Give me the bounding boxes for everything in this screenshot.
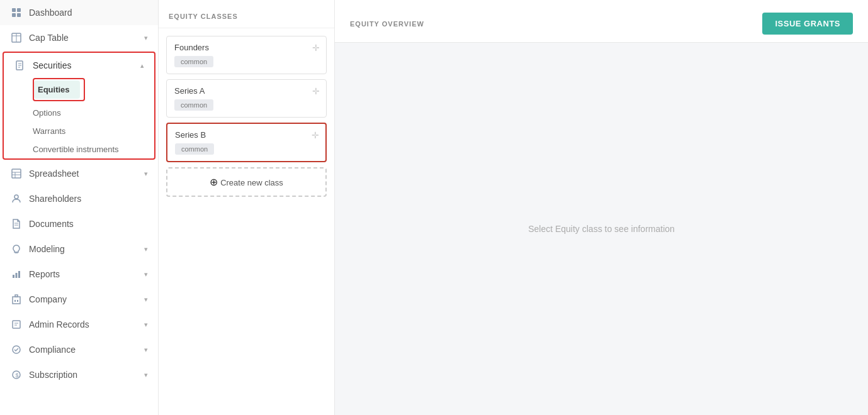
file-icon [14,59,26,72]
sidebar-item-label: Documents [29,219,74,229]
spreadsheet-icon [10,167,23,180]
sidebar-item-equities[interactable]: Equities [34,80,80,99]
sidebar-item-cap-table[interactable]: Cap Table ▾ [0,25,158,50]
sidebar-item-label: Cap Table [29,33,69,43]
sidebar-item-compliance[interactable]: Compliance ▾ [0,337,158,362]
admin-icon [10,318,23,331]
building-icon [10,293,23,306]
drag-handle-icon: ✛ [312,130,319,140]
grid-icon [10,6,23,19]
sidebar-item-label: Subscription [29,370,77,380]
equity-overview-title: EQUITY OVERVIEW [350,20,424,28]
chevron-down-icon: ▾ [144,346,148,354]
sidebar-item-subscription[interactable]: $ Subscription ▾ [0,362,158,387]
sidebar-item-reports[interactable]: Reports ▾ [0,262,158,287]
sidebar-item-label: Securities [33,60,71,70]
sidebar-item-label: Shareholders [29,194,81,204]
equity-card-badge: common [174,99,213,111]
issue-grants-button[interactable]: ISSUE GRANTS [762,13,853,35]
chevron-down-icon: ▾ [144,34,148,42]
sidebar-item-admin-records[interactable]: Admin Records ▾ [0,312,158,337]
chevron-down-icon: ▾ [144,371,148,379]
main-content: EQUITY CLASSES ✛ Founders common ✛ Serie… [159,0,868,415]
overview-header: EQUITY OVERVIEW ISSUE GRANTS [335,0,868,43]
sidebar-item-label: Spreadsheet [29,169,79,179]
sidebar-item-label: Dashboard [29,8,72,18]
sidebar-item-label: Compliance [29,345,76,355]
chevron-down-icon: ▾ [144,245,148,253]
sidebar-item-options[interactable]: Options [33,104,154,122]
equity-card-founders[interactable]: ✛ Founders common [166,36,327,74]
check-circle-icon [10,343,23,356]
svg-rect-20 [16,273,18,278]
svg-rect-19 [13,275,14,278]
svg-rect-24 [17,300,18,302]
sidebar-item-label: Company [29,294,67,304]
svg-point-15 [14,195,18,199]
chevron-up-icon: ▴ [140,62,144,70]
sidebar-item-label: Modeling [29,244,65,254]
sidebar-item-label: Reports [29,269,60,279]
svg-rect-22 [13,297,20,304]
sidebar-item-documents[interactable]: Documents [0,211,158,236]
sidebar-item-shareholders[interactable]: Shareholders [0,186,158,211]
svg-text:$: $ [16,372,19,379]
svg-rect-11 [12,169,21,178]
sidebar-item-modeling[interactable]: Modeling ▾ [0,236,158,262]
svg-rect-23 [14,300,16,302]
person-icon [10,192,23,205]
plus-icon: ⊕ [210,177,218,187]
create-new-label: Create new class [220,178,283,187]
svg-rect-21 [18,271,20,278]
svg-rect-25 [13,321,20,328]
chevron-down-icon: ▾ [144,270,148,279]
equity-card-badge: common [175,143,214,155]
equity-card-badge: common [174,56,213,67]
svg-rect-0 [12,8,16,12]
equity-classes-title: EQUITY CLASSES [159,0,334,28]
svg-rect-3 [17,13,21,17]
empty-message: Select Equity class to see information [528,224,675,234]
sidebar-item-company[interactable]: Company ▾ [0,287,158,312]
securities-sub-menu: Equities Options Warrants Convertible in… [4,78,154,158]
chevron-down-icon: ▾ [144,321,148,329]
create-new-class-button[interactable]: ⊕Create new class [166,167,327,197]
sidebar-item-dashboard[interactable]: Dashboard [0,0,158,25]
equity-card-title: Founders [174,43,318,52]
table-icon [10,31,23,44]
doc-icon [10,218,23,230]
sidebar-item-securities[interactable]: Securities ▴ [4,53,154,78]
dollar-icon: $ [10,368,23,381]
sidebar-item-spreadsheet[interactable]: Spreadsheet ▾ [0,161,158,186]
chart-icon [10,268,23,280]
drag-handle-icon: ✛ [312,86,320,96]
equity-overview-empty: Select Equity class to see information [335,43,868,415]
equity-card-series-b[interactable]: ✛ Series B common [166,123,327,162]
chevron-down-icon: ▾ [144,296,148,304]
equity-card-series-a[interactable]: ✛ Series A common [166,79,327,118]
sidebar-item-warrants[interactable]: Warrants [33,122,154,140]
sidebar: Dashboard Cap Table ▾ Securities [0,0,159,415]
equity-overview-panel: EQUITY OVERVIEW ISSUE GRANTS Select Equi… [335,0,868,415]
svg-rect-2 [12,13,16,17]
chevron-down-icon: ▾ [144,170,148,178]
svg-rect-1 [17,8,21,12]
sidebar-item-convertible[interactable]: Convertible instruments [33,140,154,158]
bulb-icon [10,243,23,255]
securities-section: Securities ▴ Equities Options Warrants C… [3,52,155,160]
drag-handle-icon: ✛ [312,43,320,53]
equity-classes-panel: EQUITY CLASSES ✛ Founders common ✛ Serie… [159,0,335,415]
equity-card-title: Series A [174,86,318,96]
sidebar-item-label: Admin Records [29,319,89,329]
equity-card-title: Series B [175,130,318,140]
equity-classes-list: ✛ Founders common ✛ Series A common ✛ Se… [159,28,334,415]
